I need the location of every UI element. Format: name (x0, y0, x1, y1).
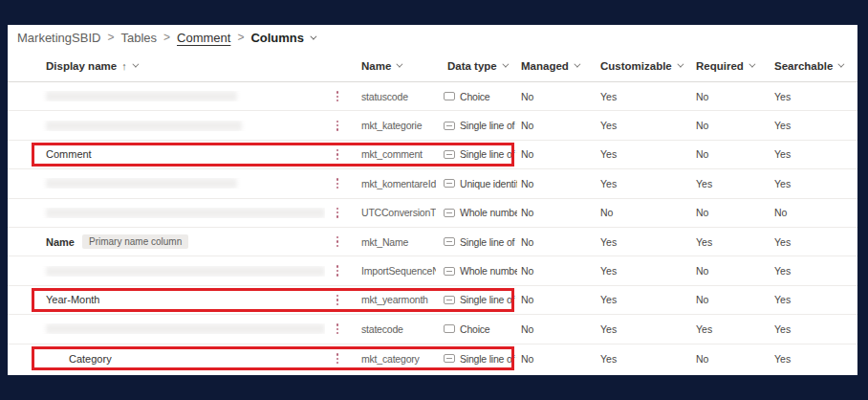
cell-display-name[interactable] (8, 91, 325, 101)
breadcrumb-tables[interactable]: Tables (120, 31, 157, 45)
header-required[interactable]: Required (692, 60, 770, 72)
header-managed[interactable]: Managed (517, 60, 597, 72)
datatype-text-icon (444, 122, 455, 130)
chevron-down-icon[interactable] (502, 61, 509, 68)
datatype-text-icon (444, 237, 455, 246)
table-header-row: Display name ↑ Name Data type Managed Cu… (8, 50, 857, 82)
cell-display-name[interactable] (8, 266, 325, 277)
cell-searchable: Yes (770, 236, 857, 248)
cell-name: mkt_komentareId (350, 178, 436, 189)
cell-display-name[interactable]: NamePrimary name column (8, 234, 325, 249)
chevron-down-icon[interactable] (132, 61, 139, 68)
cell-name: mkt_yearmonth (350, 294, 436, 305)
cell-data-type: Single line of te: (436, 353, 517, 365)
cell-actions (325, 293, 350, 307)
cell-data-type: Unique identifie (436, 178, 517, 189)
datatype-number-icon (444, 209, 455, 217)
cell-customizable: Yes (597, 148, 692, 160)
table-row[interactable]: mkt_kategorieSingle line of te:NoYesNoYe… (8, 111, 857, 140)
redacted-display-name (46, 91, 237, 101)
cell-searchable: Yes (770, 294, 857, 305)
breadcrumb-separator: > (163, 31, 170, 44)
chevron-down-icon[interactable] (397, 61, 403, 68)
cell-display-name[interactable] (8, 208, 325, 218)
cell-searchable: Yes (770, 323, 857, 335)
more-options-icon[interactable] (335, 206, 340, 220)
cell-customizable: Yes (597, 236, 692, 248)
table-row[interactable]: statuscodeChoiceNoYesNoYes (8, 82, 857, 111)
cell-searchable: No (770, 207, 857, 218)
table-row[interactable]: mkt_komentareIdUnique identifieNoYesYesY… (8, 169, 857, 198)
cell-name: mkt_kategorie (350, 120, 436, 131)
header-data-type[interactable]: Data type (436, 60, 517, 72)
redacted-display-name (46, 208, 325, 218)
breadcrumb-separator: > (107, 31, 114, 44)
cell-customizable: Yes (597, 294, 692, 305)
breadcrumb-environment[interactable]: MarketingSBID (17, 31, 100, 45)
table-row[interactable]: Commentmkt_commentSingle line of te:NoYe… (8, 141, 857, 169)
more-options-icon[interactable] (335, 322, 340, 336)
more-options-icon[interactable] (335, 176, 340, 190)
cell-managed: No (517, 120, 597, 131)
chevron-down-icon[interactable] (838, 61, 845, 68)
chevron-down-icon[interactable] (310, 33, 316, 39)
more-options-icon[interactable] (335, 351, 340, 366)
more-options-icon[interactable] (335, 263, 340, 278)
cell-managed: No (517, 265, 597, 277)
cell-managed: No (517, 178, 597, 189)
cell-required: No (692, 120, 770, 131)
cell-display-name[interactable] (8, 178, 325, 189)
chevron-down-icon[interactable] (677, 61, 684, 68)
screenshot-root: { "frame": { "matte_color": "#0d1936" },… (0, 0, 868, 400)
cell-managed: No (517, 236, 597, 248)
cell-required: No (692, 353, 770, 365)
cell-display-name[interactable] (8, 323, 325, 334)
more-options-icon[interactable] (335, 119, 340, 133)
cell-required: No (692, 91, 770, 102)
more-options-icon[interactable] (335, 147, 340, 162)
table-row[interactable]: UTCConversionTim...Whole numberNoNoNoNo (8, 199, 857, 228)
cell-actions (325, 234, 350, 249)
data-type-text: Single line of te: (460, 120, 517, 131)
cell-display-name[interactable]: Comment (8, 148, 325, 160)
datatype-choice-icon (444, 324, 455, 333)
table-row[interactable]: Year-Monthmkt_yearmonthSingle line of te… (8, 286, 857, 315)
breadcrumb-section[interactable]: Columns (250, 31, 304, 45)
display-name-text: Name (46, 236, 75, 248)
more-options-icon[interactable] (335, 89, 340, 103)
table-row[interactable]: ImportSequenceNu...Whole numberNoYesNoYe… (8, 256, 857, 285)
header-searchable[interactable]: Searchable (770, 60, 857, 72)
more-options-icon[interactable] (335, 234, 340, 249)
sort-ascending-icon: ↑ (121, 60, 127, 72)
cell-searchable: Yes (770, 353, 857, 365)
cell-actions (325, 206, 350, 220)
cell-display-name[interactable]: Category (8, 353, 325, 365)
redacted-display-name (46, 266, 325, 277)
table-row[interactable]: NamePrimary name columnmkt_NameSingle li… (8, 228, 857, 256)
datatype-uniqueid-icon (444, 179, 455, 188)
chevron-down-icon[interactable] (749, 61, 755, 68)
table-row[interactable]: statecodeChoiceNoYesYesYes (8, 315, 857, 344)
cell-searchable: Yes (770, 148, 857, 160)
header-display-name[interactable]: Display name ↑ (8, 60, 325, 72)
data-type-text: Single line of te: (460, 148, 517, 160)
cell-customizable: Yes (597, 178, 692, 189)
header-name[interactable]: Name (350, 60, 436, 72)
breadcrumb-entity[interactable]: Comment (177, 31, 230, 45)
more-options-icon[interactable] (335, 293, 340, 307)
data-type-text: Whole number (460, 265, 517, 277)
header-customizable[interactable]: Customizable (597, 60, 692, 72)
cell-data-type: Whole number (436, 207, 517, 218)
datatype-choice-icon (444, 92, 455, 100)
chevron-down-icon[interactable] (574, 61, 580, 68)
cell-display-name[interactable]: Year-Month (8, 294, 325, 305)
cell-customizable: Yes (597, 91, 692, 102)
breadcrumb: MarketingSBID > Tables > Comment > Colum… (8, 25, 857, 50)
data-type-text: Choice (460, 91, 489, 102)
table-row[interactable]: Categorymkt_categorySingle line of te:No… (8, 344, 857, 373)
cell-name: mkt_category (350, 353, 436, 365)
cell-actions (325, 176, 350, 190)
cell-searchable: Yes (770, 265, 857, 277)
display-name-text: Year-Month (46, 294, 99, 305)
cell-display-name[interactable] (8, 121, 325, 131)
